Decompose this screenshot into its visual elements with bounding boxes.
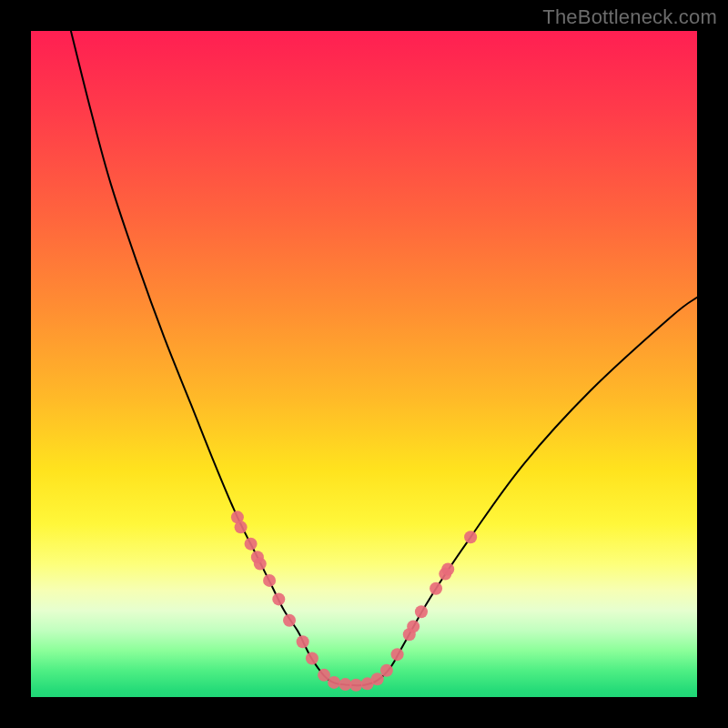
curve-marker bbox=[297, 635, 309, 648]
curve-svg bbox=[31, 31, 697, 697]
curve-marker bbox=[263, 574, 276, 587]
watermark-text: TheBottleneck.com bbox=[542, 5, 717, 29]
curve-marker bbox=[245, 538, 258, 551]
curve-marker bbox=[407, 620, 420, 632]
curve-marker bbox=[464, 531, 477, 543]
chart-frame: TheBottleneck.com bbox=[0, 0, 728, 728]
plot-gradient-background bbox=[31, 31, 697, 697]
curve-marker bbox=[371, 672, 384, 685]
curve-marker bbox=[328, 676, 340, 689]
curve-marker bbox=[235, 521, 248, 533]
curve-marker bbox=[349, 679, 362, 692]
curve-marker bbox=[380, 664, 393, 677]
curve-marker bbox=[391, 648, 404, 661]
bottleneck-curve bbox=[71, 31, 697, 685]
curve-marker bbox=[441, 562, 454, 575]
marker-group bbox=[231, 511, 477, 691]
curve-marker bbox=[254, 558, 267, 571]
curve-marker bbox=[272, 592, 285, 605]
curve-marker bbox=[430, 582, 442, 595]
curve-marker bbox=[283, 614, 296, 627]
curve-marker bbox=[415, 605, 428, 618]
curve-marker bbox=[306, 652, 318, 665]
